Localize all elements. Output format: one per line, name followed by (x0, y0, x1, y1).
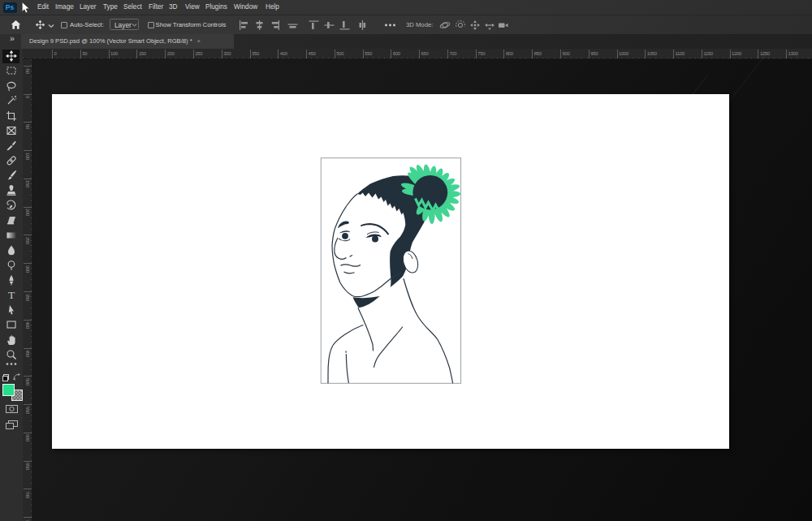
svg-text:T: T (8, 289, 15, 300)
